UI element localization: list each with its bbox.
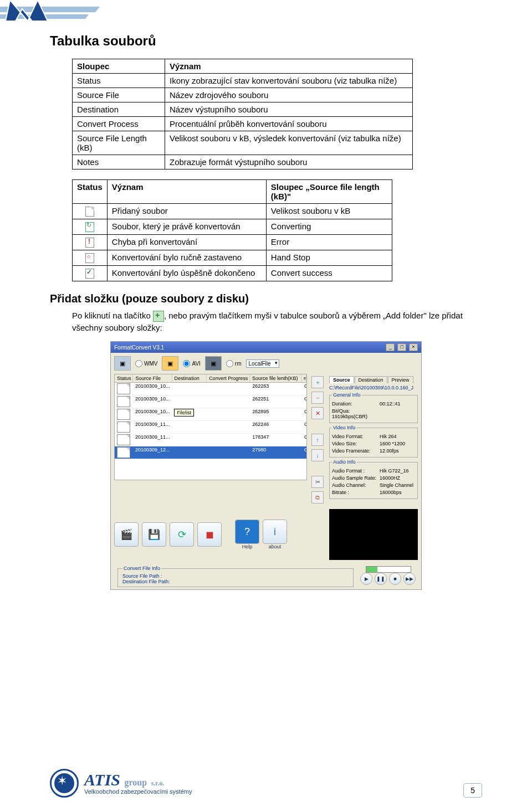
paragraph-add-folder: Po kliknutí na tlačítko , nebo pravým tl… [72,310,482,333]
table-row: Konvertování bylo úspěšně dokončenoConve… [73,266,392,281]
th-sloupec: Sloupec [73,59,165,74]
avi-format-button[interactable]: ▣ [162,356,178,371]
table-row: Přidaný souborVelikost souboru v kB [73,204,392,219]
cut-button[interactable]: ✂ [311,476,324,488]
pause-button[interactable]: ❚❚ [375,573,387,585]
rm-format-button[interactable]: ▣ [205,356,222,371]
window-buttons: _ □ × [385,343,418,351]
brand-logo-corner [0,0,127,31]
th-vyznam: Význam [165,59,413,74]
atis-logo-icon [50,769,79,798]
table-status-icons: Status Význam Sloupec „Source file lengt… [72,179,392,281]
table-row: StatusIkony zobrazující stav konvertován… [73,74,413,88]
table-row: Source FileNázev zdrojového souboru [73,88,413,102]
heading-add-folder: Přidat složku (pouze soubory z disku) [50,292,482,305]
grid-row[interactable]: 20100309_11...178347Convert To AVI [115,434,306,446]
avi-radio[interactable]: AVI [183,360,200,367]
tab-preview[interactable]: Preview [388,376,413,383]
video-preview [329,509,418,560]
table-columns-meanings: SloupecVýznam StatusIkony zobrazující st… [72,59,413,169]
progress-bar [366,566,411,573]
grid-header: Status Source File Destination Convert P… [115,374,306,383]
wmv-radio[interactable]: WMV [135,360,157,367]
table-row: NotesZobrazuje formát výstupního souboru [73,155,413,169]
convert-file-info: Convert File Info Source File Path : Des… [117,566,354,587]
move-down-button[interactable]: ↓ [311,449,324,461]
status-stop-icon [85,253,94,263]
app-screenshot: FormatConvert V3.1 _ □ × ▣ WMV ▣ AVI ▣ r… [110,341,422,590]
add-file-button[interactable]: ＋ [311,376,324,388]
status-conv-icon [85,222,94,232]
status-new-icon [85,207,94,217]
table-row: Source File Length (kB)Velikost souboru … [73,131,413,155]
minimize-button[interactable]: _ [386,343,395,351]
next-button[interactable]: ▶▶ [403,573,416,585]
grid-row[interactable]: 20100309_10...262251Convert To AVI [115,395,306,408]
tab-source[interactable]: Source [329,376,354,383]
stop-button[interactable]: ◼ [197,522,222,547]
grid-row[interactable]: 20100309_10...262283Convert To AVI [115,383,306,395]
grid-row[interactable]: 20100309_10...Filelist262895Convert To A… [115,408,306,421]
source-path: C:\RecordFile\20100309\10.0.0.160_J [329,385,418,390]
th-vyznam2: Význam [107,180,266,204]
tab-destination[interactable]: Destination [355,376,387,383]
table-row: Chyba při konvertováníError [73,235,392,250]
add-folder-icon [153,311,164,322]
audio-info-group: Audio Info Audio Format :Hik G722_16 Aud… [329,459,418,499]
app-title: FormatConvert V3.1 [114,345,164,351]
app-titlebar: FormatConvert V3.1 _ □ × [111,342,421,353]
merge-button[interactable]: ⧉ [311,491,324,503]
about-button[interactable]: i [263,520,287,544]
convert-button[interactable]: ⟳ [170,522,194,547]
table-row: Convert ProcessProcentuální průběh konve… [73,117,413,131]
file-grid[interactable]: Status Source File Destination Convert P… [114,374,307,480]
table-row: Soubor, který je právě konvertovánConver… [73,219,392,235]
video-info-group: Video Info Video Format:Hik 264 Video Si… [329,425,418,458]
grid-row[interactable]: 20100309_11...262246Convert To AVI [115,421,306,434]
table-row: DestinationNázev výstupního souboru [73,102,413,117]
th-length: Sloupec „Source file length (kB)" [266,180,392,204]
rm-radio[interactable]: rm [226,360,242,367]
heading-tabulka-souboru: Tabulka souborů [50,33,482,49]
open-button[interactable]: 🎬 [114,522,139,547]
page-number: 5 [463,783,482,798]
info-panel: Source Destination Preview C:\RecordFile… [326,374,421,506]
th-status: Status [73,180,108,204]
remove-file-button[interactable]: － [311,392,324,404]
save-button[interactable]: 💾 [142,522,166,547]
wmv-format-button[interactable]: ▣ [114,356,131,371]
table-row: Konvertování bylo ručně zastavenoHand St… [73,250,392,266]
clear-button[interactable]: ✕ [311,407,324,419]
status-err-icon [85,238,94,248]
maximize-button[interactable]: □ [397,343,406,351]
status-ok-icon [85,269,94,279]
move-up-button[interactable]: ↑ [311,434,324,446]
stop-media-button[interactable]: ■ [389,573,401,585]
company-logo: ATIS group s.r.o. Velkoobchod zabezpečov… [50,769,192,798]
grid-row[interactable]: 20100309_12...27980Convert To AVI [115,446,306,459]
general-info-group: General Info Duration:00:12::41 Bit/Qua:… [329,392,418,423]
source-combo[interactable]: LocalFile [246,359,279,368]
play-button[interactable]: ▶ [360,573,372,585]
help-button[interactable]: ? [235,520,259,544]
close-button[interactable]: × [409,343,418,351]
